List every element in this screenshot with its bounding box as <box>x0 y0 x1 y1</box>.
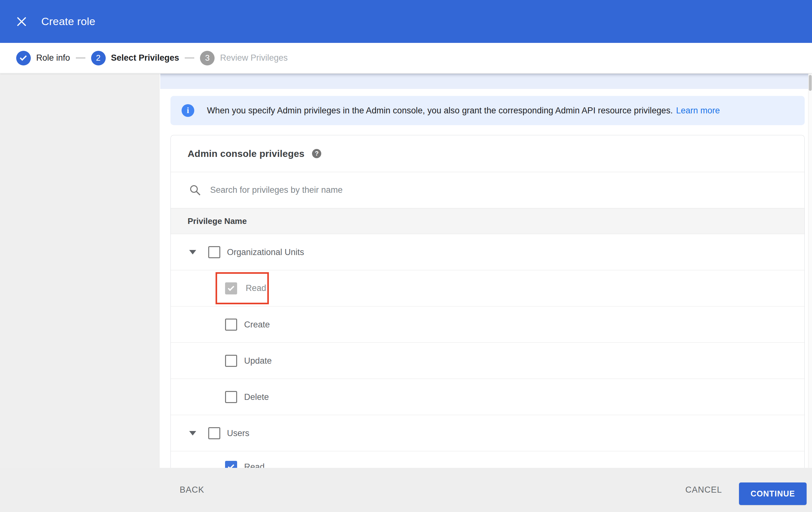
search-input[interactable] <box>210 185 718 195</box>
step3-circle: 3 <box>200 51 214 65</box>
admin-console-privileges-panel: Admin console privileges ? Privilege Nam… <box>171 135 805 468</box>
collapse-arrow-icon[interactable] <box>189 431 196 435</box>
privilege-row-organizational-units: Organizational Units <box>171 234 804 270</box>
app-bar: Create role <box>0 0 812 43</box>
privilege-row-ou-read: Read <box>171 270 804 306</box>
step-separator <box>76 57 85 58</box>
privilege-row-ou-create: Create <box>171 306 804 343</box>
continue-button[interactable]: CONTINUE <box>739 482 807 505</box>
collapse-arrow-icon[interactable] <box>189 250 196 254</box>
back-button[interactable]: BACK <box>180 468 204 512</box>
check-icon <box>20 54 27 61</box>
step1-completed-circle <box>16 51 31 65</box>
step-select-privileges[interactable]: 2 Select Privileges <box>91 51 179 65</box>
highlight-rectangle: Read <box>215 272 269 304</box>
privilege-label: Users <box>227 428 250 438</box>
privilege-label: Create <box>244 320 270 329</box>
learn-more-link[interactable]: Learn more <box>676 106 720 116</box>
step2-label: Select Privileges <box>111 53 179 63</box>
panel-title: Admin console privileges <box>187 148 304 159</box>
privilege-row-users-read: Read <box>171 451 804 468</box>
banner-text: When you specify Admin privileges in the… <box>207 106 673 116</box>
privilege-label: Read <box>246 283 266 293</box>
privilege-label: Delete <box>244 392 269 402</box>
privilege-label: Read <box>244 461 265 468</box>
help-icon[interactable]: ? <box>312 149 321 158</box>
table-header: Privilege Name <box>171 208 804 234</box>
panel-title-row: Admin console privileges ? <box>171 135 804 172</box>
step-separator <box>185 57 194 58</box>
users-checkbox[interactable] <box>208 427 220 439</box>
page-title: Create role <box>41 0 95 43</box>
vertical-scrollbar[interactable] <box>808 74 812 468</box>
scrolled-content-edge <box>160 74 809 89</box>
organizational-units-checkbox[interactable] <box>208 246 220 258</box>
step2-circle: 2 <box>91 51 106 65</box>
read-checkbox-checked[interactable] <box>225 282 237 294</box>
privilege-label: Update <box>244 356 272 366</box>
privilege-row-ou-delete: Delete <box>171 379 804 415</box>
left-gutter <box>0 74 160 468</box>
step-role-info[interactable]: Role info <box>16 51 70 65</box>
check-icon <box>228 284 234 291</box>
stepper: Role info 2 Select Privileges 3 Review P… <box>0 43 812 73</box>
content-scroll-area: i When you specify Admin privileges in t… <box>160 74 812 468</box>
footer-action-bar: BACK CANCEL CONTINUE <box>0 468 812 512</box>
search-row <box>171 172 804 208</box>
x-icon <box>16 16 27 27</box>
close-icon[interactable] <box>14 15 29 29</box>
create-role-dialog: Create role Role info 2 Select Privilege… <box>0 0 812 512</box>
privilege-row-ou-update: Update <box>171 343 804 379</box>
privilege-name-column-header: Privilege Name <box>187 216 246 226</box>
info-icon: i <box>181 104 194 117</box>
update-checkbox[interactable] <box>225 355 237 367</box>
scrollbar-thumb[interactable] <box>809 75 812 91</box>
delete-checkbox[interactable] <box>225 391 237 403</box>
step3-label: Review Privileges <box>220 53 288 63</box>
cancel-button[interactable]: CANCEL <box>685 468 722 512</box>
search-icon <box>189 184 201 196</box>
privilege-label: Organizational Units <box>227 247 304 257</box>
create-checkbox[interactable] <box>225 319 237 331</box>
step-review-privileges[interactable]: 3 Review Privileges <box>200 51 288 65</box>
privilege-row-users: Users <box>171 415 804 451</box>
check-icon <box>228 463 234 468</box>
users-read-checkbox-checked[interactable] <box>225 461 237 468</box>
step1-label: Role info <box>36 53 70 63</box>
info-banner: i When you specify Admin privileges in t… <box>171 96 805 125</box>
